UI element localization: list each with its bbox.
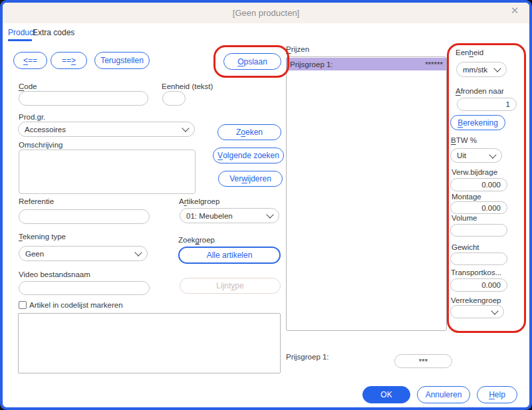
artikelgroep-select[interactable]: 01: Meubelen bbox=[180, 208, 279, 223]
dialog-title: [Geen producten] bbox=[233, 8, 299, 18]
chevron-down-icon bbox=[493, 64, 501, 72]
cancel-button[interactable]: Annuleren bbox=[417, 386, 470, 403]
eenheid-tekst-label: Eenheid (tekst) bbox=[162, 82, 213, 90]
referentie-label: Referentie bbox=[19, 197, 54, 205]
eenheid-select[interactable]: mm/stk bbox=[456, 62, 507, 77]
zoeken-button[interactable]: Zoeken bbox=[217, 124, 281, 140]
prijsgroep-bottom-label: Prijsgroep 1: bbox=[286, 353, 329, 361]
previous-button[interactable]: <== bbox=[13, 52, 47, 69]
volume-input[interactable] bbox=[450, 224, 507, 237]
prodgr-select[interactable]: Accessoires bbox=[18, 122, 195, 137]
markeren-checkbox[interactable] bbox=[19, 301, 27, 309]
tab-product[interactable]: Product bbox=[8, 28, 35, 37]
help-button[interactable]: Help bbox=[477, 386, 517, 403]
lijntype-button: Lijntype bbox=[180, 278, 281, 294]
btw-label: BTW % bbox=[451, 136, 477, 144]
video-bestandsnaam-label: Video bestandsnaam bbox=[19, 270, 90, 278]
tab-product-active-indicator bbox=[8, 39, 32, 41]
chevron-down-icon bbox=[134, 249, 142, 256]
chevron-down-icon bbox=[489, 151, 496, 158]
volgende-zoeken-button[interactable]: Volgende zoeken bbox=[213, 148, 284, 163]
title-bar: [Geen producten] bbox=[3, 3, 529, 23]
verw-bijdrage-input[interactable]: 0.000 bbox=[450, 178, 507, 191]
artikelgroep-label: Artikelgroep bbox=[179, 197, 219, 205]
chevron-down-icon bbox=[266, 211, 273, 218]
omschrijving-label: Omschrijving bbox=[19, 141, 63, 149]
prijzen-label: Prijzen bbox=[286, 45, 309, 53]
prijzen-list-row[interactable]: Prijsgroep 1: ****** bbox=[287, 58, 446, 70]
prijzen-listbox[interactable] bbox=[286, 56, 447, 331]
reset-button[interactable]: Terugstellen bbox=[94, 52, 150, 69]
tab-extra-codes[interactable]: Extra codes bbox=[33, 28, 74, 37]
eenheid-tekst-input[interactable] bbox=[162, 91, 186, 106]
prijsgroep-bottom-input[interactable]: *** bbox=[394, 354, 452, 368]
prodgr-label: Prod.gr. bbox=[19, 113, 45, 121]
video-bestandsnaam-input[interactable] bbox=[19, 281, 150, 295]
berekening-button[interactable]: Berekening bbox=[450, 115, 505, 130]
montage-label: Montage bbox=[452, 193, 481, 201]
code-listbox[interactable] bbox=[18, 313, 281, 373]
verwijderen-button[interactable]: Verwijderen bbox=[218, 171, 283, 187]
prijsgroep-row-name: Prijsgroep 1: bbox=[290, 60, 333, 68]
zoekgroep-button[interactable]: Alle artikelen bbox=[178, 247, 281, 264]
markeren-checkbox-label: Artikel in codelijst markeren bbox=[29, 301, 123, 309]
dialog-window: [Geen producten] ✕ Product Extra codes <… bbox=[0, 0, 532, 410]
verw-bijdrage-label: Verw.bijdrage bbox=[452, 168, 497, 176]
save-button[interactable]: Opslaan bbox=[223, 53, 281, 70]
tekening-type-label: Tekening type bbox=[19, 233, 66, 241]
zoekgroep-label: Zoekgroep bbox=[178, 236, 215, 244]
afronden-naar-input[interactable]: 1 bbox=[457, 98, 517, 111]
ok-button[interactable]: OK bbox=[362, 386, 410, 403]
volume-label: Volume bbox=[452, 214, 477, 222]
chevron-down-icon bbox=[491, 307, 498, 314]
transportkosten-input[interactable]: 0.000 bbox=[450, 278, 507, 292]
code-input[interactable] bbox=[19, 91, 148, 106]
next-button[interactable]: ==> bbox=[51, 52, 87, 69]
verrekengroep-select[interactable] bbox=[450, 305, 504, 318]
close-icon[interactable]: ✕ bbox=[508, 4, 521, 17]
btw-select[interactable]: Uit bbox=[450, 148, 502, 163]
prijsgroep-row-value: ****** bbox=[425, 60, 443, 68]
omschrijving-textarea[interactable] bbox=[19, 150, 196, 194]
transportkosten-label: Transportkos... bbox=[451, 268, 501, 276]
verrekengroep-label: Verrekengroep bbox=[451, 296, 501, 304]
eenheid-label: Eenheid bbox=[456, 49, 483, 56]
chevron-down-icon bbox=[182, 124, 189, 132]
gewicht-label: Gewicht bbox=[452, 243, 479, 251]
gewicht-input[interactable] bbox=[450, 253, 507, 265]
tekening-type-select[interactable]: Geen bbox=[19, 246, 148, 261]
montage-input[interactable]: 0.000 bbox=[450, 201, 507, 214]
referentie-input[interactable] bbox=[19, 209, 150, 224]
code-label: Code bbox=[19, 82, 37, 90]
afronden-naar-label: Afronden naar bbox=[456, 87, 504, 95]
